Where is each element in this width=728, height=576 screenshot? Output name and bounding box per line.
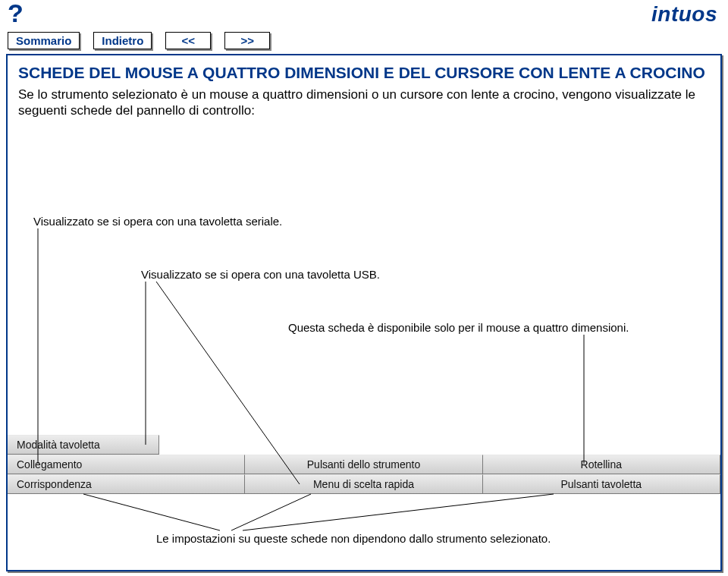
annotation-fourd: Questa scheda è disponibile solo per il … (288, 321, 682, 334)
page-title: SCHEDE DEL MOUSE A QUATTRO DIMENSIONI E … (18, 63, 710, 82)
nav-back-button[interactable]: Indietro (93, 32, 152, 49)
svg-line-4 (83, 494, 220, 530)
main-frame: SCHEDE DEL MOUSE A QUATTRO DIMENSIONI E … (6, 54, 722, 571)
tab-rotellina[interactable]: Rotellina (483, 455, 720, 474)
tabs-area: Modalità tavoletta Collegamento Pulsanti… (8, 435, 720, 494)
nav-next-button[interactable]: >> (224, 32, 270, 49)
intro-paragraph: Se lo strumento selezionato è un mouse a… (18, 87, 710, 119)
callout-lines (8, 55, 711, 571)
annotation-footer: Le impostazioni su queste schede non dip… (156, 532, 551, 545)
help-icon[interactable]: ? (8, 0, 24, 26)
nav-prev-button[interactable]: << (165, 32, 211, 49)
svg-line-6 (243, 494, 554, 530)
tab-pulsanti-tavoletta[interactable]: Pulsanti tavoletta (483, 474, 720, 494)
tab-modalita-tavoletta[interactable]: Modalità tavoletta (8, 435, 159, 455)
annotation-serial: Visualizzato se si opera con una tavolet… (33, 215, 359, 228)
nav-row: Sommario Indietro << >> (0, 29, 728, 54)
tab-pulsanti-strumento[interactable]: Pulsanti dello strumento (245, 455, 482, 474)
logo: intuos (651, 2, 717, 27)
tab-collegamento[interactable]: Collegamento (8, 455, 245, 474)
annotation-usb: Visualizzato se si opera con una tavolet… (141, 268, 467, 281)
tab-menu-scelta-rapida[interactable]: Menu di scelta rapida (245, 474, 482, 494)
tab-corrispondenza[interactable]: Corrispondenza (8, 474, 245, 494)
svg-line-5 (231, 494, 311, 530)
nav-summary-button[interactable]: Sommario (8, 32, 80, 49)
